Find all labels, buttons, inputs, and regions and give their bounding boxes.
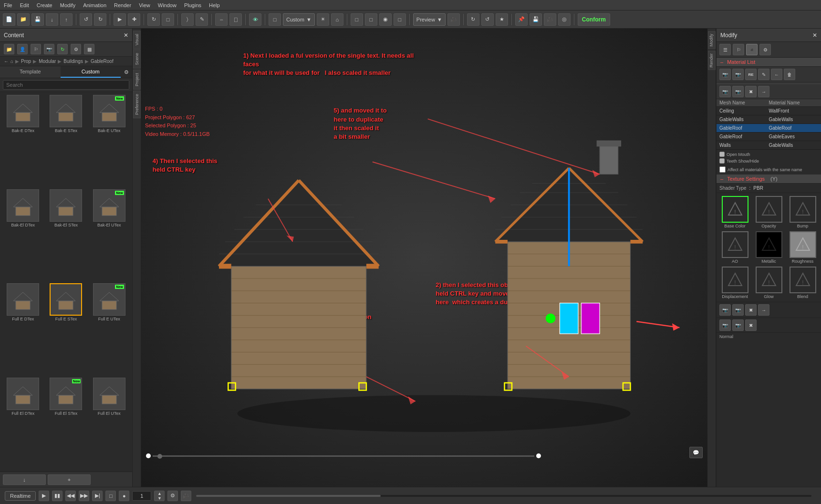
circle-arrow1[interactable]: ↻ bbox=[467, 13, 479, 26]
asset-item-11[interactable]: Full El UTex bbox=[89, 378, 129, 469]
menu-window[interactable]: Window bbox=[158, 2, 177, 8]
stop-button[interactable]: ▮▮ bbox=[52, 491, 62, 501]
footer-down-button[interactable]: ↓ bbox=[3, 474, 46, 485]
undo-button[interactable]: ↺ bbox=[80, 13, 92, 26]
mat-icon-re[interactable]: RE bbox=[745, 69, 757, 80]
tex-icon-1[interactable]: 📷 bbox=[719, 304, 731, 316]
image-icon[interactable]: 📷 bbox=[44, 44, 54, 54]
loop-button[interactable]: □ bbox=[105, 491, 116, 501]
asset-item-2[interactable]: NewBak-E UTex bbox=[89, 95, 129, 186]
export-button[interactable]: ↑ bbox=[60, 13, 73, 26]
paint-button[interactable]: ✎ bbox=[196, 13, 208, 26]
tab-custom[interactable]: Custom bbox=[61, 66, 121, 78]
menu-file[interactable]: File bbox=[4, 2, 12, 8]
asset-item-7[interactable]: Full E STex bbox=[46, 283, 86, 375]
tex-icon-b2[interactable]: 📷 bbox=[732, 319, 744, 331]
eye-button[interactable]: 👁 bbox=[249, 13, 261, 26]
save2-button[interactable]: 💾 bbox=[530, 13, 542, 26]
person-icon[interactable]: 👤 bbox=[17, 44, 28, 54]
circle-arrow2[interactable]: ↺ bbox=[481, 13, 494, 26]
record-button[interactable]: ● bbox=[119, 491, 129, 501]
asset-item-10[interactable]: NewFull El STex bbox=[46, 378, 86, 469]
mod-grid-icon[interactable]: ◾ bbox=[746, 44, 758, 55]
bc-home-icon[interactable]: ⌂ bbox=[10, 59, 13, 64]
tex-thumb-roughness[interactable]: ! bbox=[790, 231, 816, 258]
save-button[interactable]: 💾 bbox=[31, 13, 44, 26]
side-tab-scene[interactable]: Scene bbox=[133, 50, 141, 69]
bc-back-icon[interactable]: ← bbox=[4, 59, 9, 64]
snap-button[interactable]: ⎓ bbox=[215, 13, 228, 26]
strip-tab-render[interactable]: Render bbox=[708, 51, 716, 70]
flag-button[interactable]: 📌 bbox=[515, 13, 528, 26]
import-button[interactable]: ↓ bbox=[46, 13, 58, 26]
capture-icon[interactable]: 🎥 bbox=[181, 491, 191, 501]
open-button[interactable]: 📁 bbox=[17, 13, 30, 26]
asset-item-4[interactable]: Bak-El STex bbox=[46, 189, 86, 281]
tex-icon-3[interactable]: ✖ bbox=[745, 304, 757, 316]
search-input[interactable] bbox=[3, 80, 129, 90]
camera3-button[interactable]: 🎥 bbox=[544, 13, 556, 26]
tab-template[interactable]: Template bbox=[0, 66, 61, 78]
tex-thumb-metallic[interactable]: ! bbox=[756, 231, 782, 258]
mat-icon-trash[interactable]: 🗑 bbox=[784, 69, 795, 80]
tex-icon-2[interactable]: 📷 bbox=[732, 304, 744, 316]
tb-btn-c[interactable]: ◉ bbox=[379, 13, 392, 26]
menu-help[interactable]: Help bbox=[209, 2, 220, 8]
scale-button[interactable]: □ bbox=[162, 13, 174, 26]
tex-icon-b1[interactable]: 📷 bbox=[719, 319, 731, 331]
redo-button[interactable]: ↻ bbox=[94, 13, 106, 26]
asset-item-0[interactable]: Bak-E DTex bbox=[3, 95, 43, 186]
tex-thumb-blend[interactable]: ! bbox=[790, 267, 816, 293]
tab-settings-icon[interactable]: ⚙ bbox=[121, 66, 132, 78]
preview-dropdown[interactable]: Preview ▼ bbox=[413, 13, 446, 26]
figure-icon[interactable]: ⚐ bbox=[31, 44, 41, 54]
modify-close-icon[interactable]: ✕ bbox=[812, 32, 817, 39]
teeth-checkbox[interactable] bbox=[719, 158, 725, 164]
mat-icon-a3[interactable]: ✖ bbox=[745, 86, 757, 97]
tex-thumb-glow[interactable]: ! bbox=[756, 267, 782, 293]
select-button[interactable]: ▶ bbox=[114, 13, 126, 26]
menu-plugins[interactable]: Plugins bbox=[184, 2, 201, 8]
mat-row-gableroof[interactable]: GableRoof GableRoof bbox=[717, 124, 821, 133]
asset-item-1[interactable]: Bak-E STex bbox=[46, 95, 86, 186]
chat-icon[interactable]: 💬 bbox=[689, 447, 703, 458]
tex-thumb-basecolor[interactable]: ! bbox=[722, 196, 748, 223]
tex-thumb-ao[interactable]: ! bbox=[722, 231, 748, 258]
mod-figure-icon[interactable]: ⚐ bbox=[733, 44, 744, 55]
mat-icon-a1[interactable]: 📷 bbox=[719, 86, 731, 97]
next-button[interactable]: ▶▶ bbox=[79, 491, 89, 501]
mat-row-walls[interactable]: Walls GableWalls bbox=[717, 141, 821, 150]
side-tab-preference[interactable]: Preference bbox=[133, 91, 141, 118]
affect-all-checkbox[interactable] bbox=[719, 166, 726, 173]
frame-input[interactable] bbox=[132, 491, 151, 501]
menu-animation[interactable]: Animation bbox=[83, 2, 106, 8]
tb-btn-a[interactable]: □ bbox=[351, 13, 363, 26]
gear-icon[interactable]: ⚙ bbox=[71, 44, 81, 54]
frame-increment[interactable]: ▲ ▼ bbox=[154, 491, 165, 501]
tex-thumb-opacity[interactable]: ! bbox=[756, 196, 782, 223]
puzzle-icon[interactable]: ▩ bbox=[84, 44, 94, 54]
move-button[interactable]: ✚ bbox=[128, 13, 140, 26]
play-button[interactable]: ▶ bbox=[39, 491, 49, 501]
bc-prop[interactable]: Prop bbox=[21, 59, 31, 64]
asset-item-6[interactable]: Full E DTex bbox=[3, 283, 43, 375]
target-button[interactable]: ◎ bbox=[558, 13, 571, 26]
end-button[interactable]: ▶| bbox=[92, 491, 103, 501]
bc-modular[interactable]: Modular bbox=[39, 59, 56, 64]
mat-icon-a2[interactable]: 📷 bbox=[732, 86, 744, 97]
realtime-button[interactable]: Realtime bbox=[5, 491, 36, 501]
menu-edit[interactable]: Edit bbox=[20, 2, 29, 8]
tex-icon-4[interactable]: → bbox=[758, 304, 769, 316]
mat-row-ceiling[interactable]: Ceiling WallFront bbox=[717, 107, 821, 115]
rotate-button[interactable]: ↻ bbox=[147, 13, 160, 26]
mat-row-gablewalls[interactable]: GableWalls GableWalls bbox=[717, 115, 821, 124]
bc-gableroof[interactable]: GableRoof bbox=[91, 59, 114, 64]
rotate2-icon[interactable]: ↻ bbox=[57, 44, 68, 54]
menu-modify[interactable]: Modify bbox=[60, 2, 75, 8]
lasso-button[interactable]: 〉 bbox=[181, 13, 194, 26]
prev-button[interactable]: ◀◀ bbox=[65, 491, 76, 501]
mod-sliders-icon[interactable]: ☰ bbox=[719, 44, 731, 55]
bc-buildings[interactable]: Buildings bbox=[63, 59, 83, 64]
conform-button[interactable]: Conform bbox=[578, 13, 610, 26]
mat-icon-1[interactable]: 📷 bbox=[719, 69, 731, 80]
